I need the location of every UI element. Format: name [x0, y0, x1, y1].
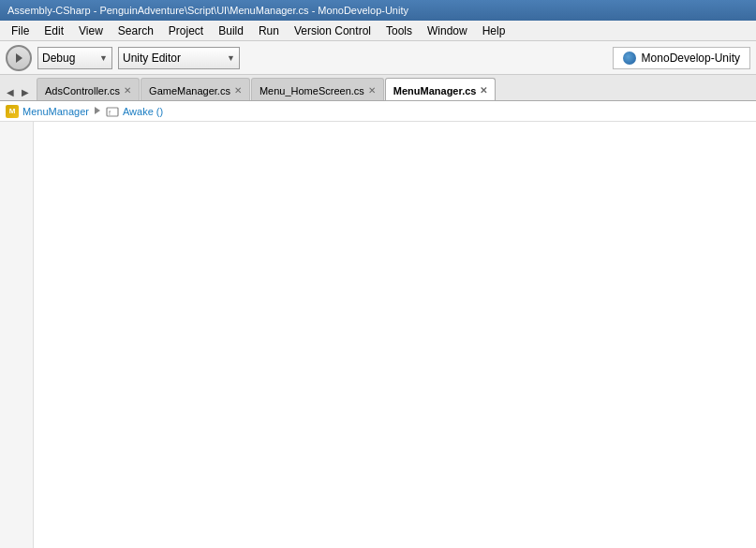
menu-build[interactable]: Build: [211, 22, 251, 39]
menu-edit[interactable]: Edit: [37, 22, 71, 39]
debug-label: Debug: [42, 52, 75, 65]
tab-adscontroller-close[interactable]: ✕: [124, 86, 131, 96]
menu-help[interactable]: Help: [475, 22, 513, 39]
menu-project[interactable]: Project: [161, 22, 211, 39]
tab-adscontroller-label: AdsController.cs: [45, 85, 120, 96]
menu-file[interactable]: File: [4, 22, 37, 39]
debug-dropdown[interactable]: Debug ▼: [37, 47, 112, 69]
monodevelop-badge: MonoDevelop-Unity: [613, 47, 750, 69]
class-icon: M: [6, 105, 19, 118]
tab-menuhomescreen[interactable]: Menu_HomeScreen.cs ✕: [251, 78, 384, 100]
menu-window[interactable]: Window: [420, 22, 475, 39]
monodevelop-icon: [623, 52, 636, 65]
tab-gamemanager[interactable]: GameManager.cs ✕: [141, 78, 250, 100]
tab-menumanager-close[interactable]: ✕: [480, 86, 487, 96]
tab-next-arrow[interactable]: ▶: [19, 86, 32, 98]
title-bar: Assembly-CSharp - PenguinAdventure\Scrip…: [0, 0, 756, 21]
title-text: Assembly-CSharp - PenguinAdventure\Scrip…: [7, 5, 408, 16]
toolbar: Debug ▼ Unity Editor ▼ MonoDevelop-Unity: [0, 41, 756, 75]
monodevelop-label: MonoDevelop-Unity: [642, 52, 740, 65]
unity-editor-dropdown[interactable]: Unity Editor ▼: [118, 47, 240, 69]
tab-menuhomescreen-label: Menu_HomeScreen.cs: [259, 85, 364, 96]
svg-marker-1: [95, 107, 100, 114]
code-content[interactable]: [34, 122, 756, 548]
tab-menumanager[interactable]: MenuManager.cs ✕: [385, 78, 497, 100]
menu-tools[interactable]: Tools: [378, 22, 420, 39]
play-button[interactable]: [6, 45, 32, 71]
svg-marker-0: [16, 53, 22, 63]
line-numbers: [0, 122, 34, 548]
menu-run[interactable]: Run: [251, 22, 287, 39]
svg-text:f: f: [109, 110, 111, 116]
tab-nav-arrows: ◀ ▶: [4, 86, 32, 100]
tab-gamemanager-label: GameManager.cs: [149, 85, 230, 96]
tab-menuhomescreen-close[interactable]: ✕: [368, 86, 376, 96]
breadcrumb-method[interactable]: Awake (): [123, 106, 163, 117]
tab-bar: ◀ ▶ AdsController.cs ✕ GameManager.cs ✕ …: [0, 75, 756, 101]
tab-prev-arrow[interactable]: ◀: [4, 86, 17, 98]
menu-vcs[interactable]: Version Control: [287, 22, 378, 39]
tab-gamemanager-close[interactable]: ✕: [234, 86, 242, 96]
menu-search[interactable]: Search: [111, 22, 161, 39]
unity-editor-label: Unity Editor: [123, 52, 181, 65]
breadcrumb-class[interactable]: MenuManager: [22, 106, 89, 117]
code-editor[interactable]: [0, 122, 756, 548]
tab-adscontroller[interactable]: AdsController.cs ✕: [37, 78, 140, 100]
menu-view[interactable]: View: [71, 22, 111, 39]
menu-bar: File Edit View Search Project Build Run …: [0, 21, 756, 41]
tab-menumanager-label: MenuManager.cs: [393, 85, 477, 96]
breadcrumb: M MenuManager f Awake (): [0, 101, 756, 122]
method-icon: f: [106, 105, 119, 118]
unity-editor-arrow: ▼: [227, 53, 235, 63]
debug-arrow: ▼: [99, 53, 108, 63]
breadcrumb-separator: [93, 106, 102, 117]
